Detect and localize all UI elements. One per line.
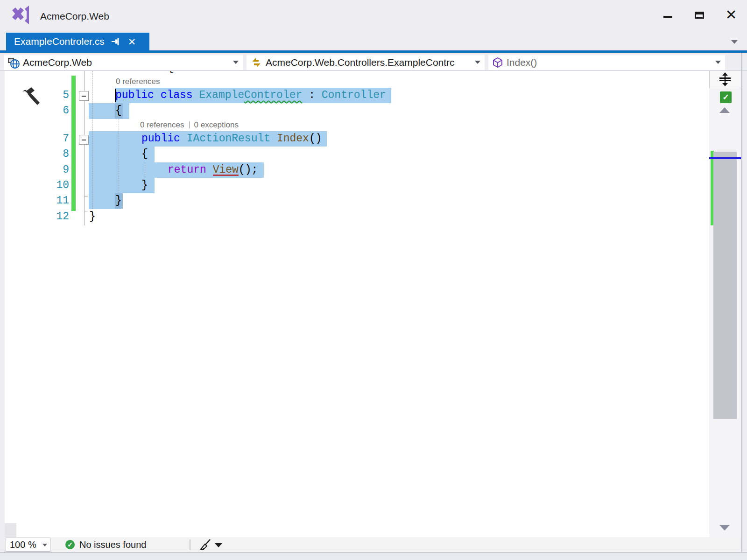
- document-list-dropdown-icon[interactable]: [731, 40, 738, 44]
- code-line: public IActionResult Index(): [141, 131, 322, 147]
- scrollbar-corner: [5, 523, 16, 537]
- codelens-separator: [189, 121, 190, 128]
- code-cleanup-broom-icon[interactable]: [199, 539, 212, 551]
- maximize-icon: [695, 12, 704, 19]
- splitter-icon: [719, 72, 731, 86]
- issues-status-text: No issues found: [79, 537, 146, 552]
- pin-icon[interactable]: [111, 37, 120, 46]
- zoom-value: 100 %: [10, 539, 36, 550]
- line-number: 12: [28, 209, 69, 224]
- code-editor[interactable]: 5 6 7 8 9 10 11 12 { 0 references 0 refe…: [5, 71, 709, 537]
- code-cleanup-dropdown-icon[interactable]: [215, 543, 222, 547]
- code-line: }: [141, 178, 148, 193]
- scroll-down-arrow-icon[interactable]: [719, 525, 730, 531]
- method-cube-icon: [492, 57, 503, 68]
- chevron-down-icon: [715, 61, 721, 64]
- line-number: 10: [28, 178, 69, 193]
- editor-status-bar: 100 % ✓ No issues found: [5, 537, 741, 552]
- project-globe-icon: [7, 56, 20, 69]
- scrollbar-thumb[interactable]: [713, 152, 737, 419]
- chevron-down-icon: [42, 544, 47, 546]
- codelens-references[interactable]: 0 references: [140, 120, 184, 129]
- status-separator: [190, 539, 190, 550]
- vertical-scrollbar[interactable]: ✓: [709, 71, 741, 537]
- split-window-button[interactable]: [709, 71, 740, 88]
- close-button[interactable]: ✕: [720, 0, 742, 30]
- chevron-down-icon: [475, 61, 480, 64]
- codelens-class[interactable]: 0 references: [116, 76, 160, 88]
- outlining-tick: [84, 211, 88, 211]
- code-line: {: [115, 103, 122, 119]
- minimize-icon: [663, 16, 672, 18]
- codelens-references[interactable]: 0 references: [116, 77, 160, 86]
- scrollbar-caret-position-marker: [709, 157, 741, 159]
- clipped-code-fragment: {: [168, 71, 174, 76]
- chevron-down-icon: [233, 61, 239, 64]
- text-caret: [115, 89, 116, 102]
- indent-guide: [119, 119, 119, 193]
- project-dropdown[interactable]: AcmeCorp.Web: [4, 55, 243, 70]
- indent-guide: [92, 71, 93, 209]
- window-border: [741, 53, 742, 553]
- selection-highlight: [89, 103, 129, 119]
- maximize-button[interactable]: [688, 0, 711, 30]
- minus-icon: [82, 140, 86, 140]
- line-number: 8: [28, 147, 69, 162]
- scroll-up-arrow-icon[interactable]: [719, 107, 730, 113]
- class-icon: [250, 56, 262, 69]
- zoom-dropdown[interactable]: 100 %: [6, 538, 50, 552]
- line-number: 5: [28, 88, 69, 103]
- tab-examplecontroler[interactable]: ExampleControler.cs ✕: [6, 33, 149, 50]
- visual-studio-logo-icon: [10, 4, 32, 26]
- codelens-exceptions[interactable]: 0 exceptions: [194, 120, 239, 129]
- collapse-region-button[interactable]: [79, 135, 89, 145]
- tab-strip: ExampleControler.cs ✕: [0, 33, 747, 53]
- code-line: {: [141, 147, 148, 162]
- track-changes-bar: [71, 76, 76, 211]
- check-icon: ✓: [67, 541, 73, 548]
- type-dropdown-value: AcmeCorp.Web.Controllers.ExampleContrc: [266, 57, 455, 68]
- close-icon: ✕: [725, 8, 737, 22]
- type-dropdown[interactable]: AcmeCorp.Web.Controllers.ExampleContrc: [247, 55, 485, 70]
- member-dropdown[interactable]: Index(): [488, 55, 725, 70]
- visual-studio-window: AcmeCorp.Web ✕ ExampleControler.cs ✕: [0, 0, 747, 560]
- member-dropdown-value: Index(): [507, 57, 537, 68]
- line-number: 9: [28, 162, 69, 178]
- window-bottom-band: [0, 552, 747, 560]
- navigation-bar: AcmeCorp.Web AcmeCorp.Web.Controllers.Ex…: [0, 53, 747, 71]
- outlining-tick: [84, 196, 88, 196]
- check-icon: ✓: [722, 92, 729, 102]
- issues-status-icon: ✓: [65, 540, 75, 549]
- code-line: return View();: [168, 162, 258, 178]
- code-line: }: [115, 193, 122, 209]
- codelens-method[interactable]: 0 references0 exceptions: [140, 119, 239, 131]
- line-number: 11: [28, 193, 69, 209]
- minimize-button[interactable]: [656, 0, 679, 30]
- tab-label: ExampleControler.cs: [14, 36, 105, 47]
- collapse-region-button[interactable]: [79, 91, 89, 101]
- code-line: public class ExampleControler : Controll…: [115, 88, 386, 103]
- code-line: }: [89, 209, 96, 224]
- document-health-indicator[interactable]: ✓: [720, 91, 732, 103]
- line-number: 6: [28, 103, 69, 119]
- window-title: AcmeCorp.Web: [40, 0, 109, 33]
- project-dropdown-value: AcmeCorp.Web: [23, 57, 92, 68]
- title-bar: AcmeCorp.Web ✕: [0, 0, 747, 33]
- minus-icon: [82, 96, 86, 97]
- line-number: 7: [28, 131, 69, 147]
- indent-guide: [145, 162, 145, 178]
- tab-close-icon[interactable]: ✕: [128, 37, 136, 47]
